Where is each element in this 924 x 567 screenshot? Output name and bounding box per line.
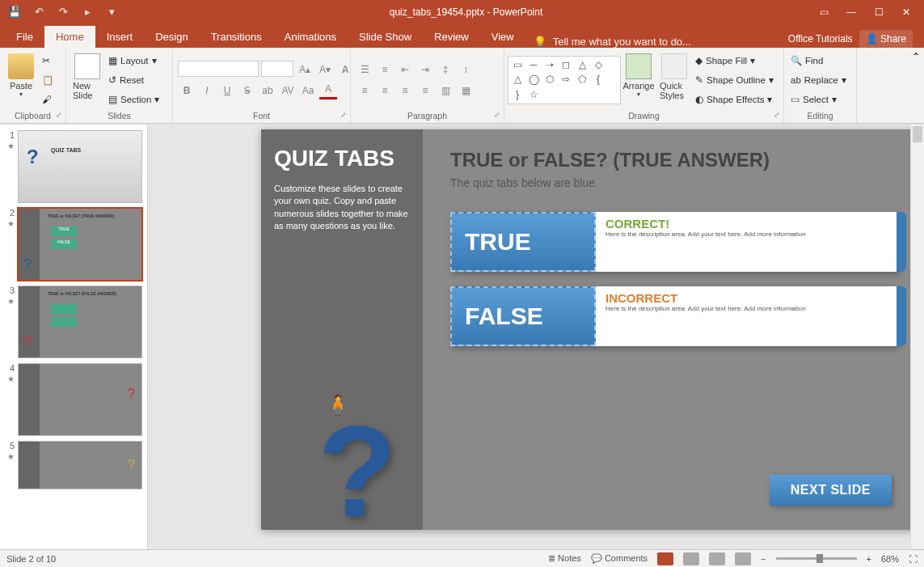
share-button[interactable]: 👤 Share (859, 30, 913, 48)
numbering-button[interactable]: ≡ (376, 61, 394, 78)
italic-button[interactable]: I (198, 82, 216, 99)
increase-indent-button[interactable]: ⇥ (416, 61, 434, 78)
decrease-indent-button[interactable]: ⇤ (396, 61, 414, 78)
font-dialog-launcher[interactable]: ⤢ (340, 111, 347, 119)
answer-false-label: FALSE (450, 286, 596, 346)
strikethrough-button[interactable]: S̶ (238, 82, 256, 99)
tab-design[interactable]: Design (144, 26, 199, 48)
minimize-button[interactable]: — (845, 6, 858, 18)
normal-view-button[interactable] (657, 552, 673, 565)
undo-button[interactable]: ↶ (32, 6, 45, 19)
reading-view-button[interactable] (709, 552, 725, 565)
shape-fill-button[interactable]: ◆ Shape Fill ▾ (694, 52, 775, 70)
decrease-font-button[interactable]: A▾ (316, 61, 334, 78)
copy-button[interactable]: 📋 (40, 71, 55, 89)
line-spacing-button[interactable]: ‡ (437, 61, 454, 78)
tell-me-search[interactable]: 💡Tell me what you want to do... (525, 36, 782, 48)
thumbnail-2[interactable]: 2★ TRUE or FALSE? (TRUE ANSWER) TRUE FAL… (0, 205, 147, 283)
zoom-level[interactable]: 68% (881, 554, 899, 564)
font-family-select[interactable] (178, 61, 259, 77)
qat-dropdown[interactable]: ▾ (105, 6, 118, 19)
slide-left-panel: QUIZ TABS Customize these slides to crea… (261, 129, 423, 530)
format-painter-button[interactable]: 🖌 (40, 91, 55, 108)
document-title: quiz_tabs_19454.pptx - PowerPoint (126, 6, 806, 18)
tab-slideshow[interactable]: Slide Show (348, 26, 423, 48)
increase-font-button[interactable]: A▴ (296, 61, 314, 78)
tab-transitions[interactable]: Transitions (200, 26, 273, 48)
select-button[interactable]: ▭ Select ▾ (789, 91, 848, 108)
char-spacing-button[interactable]: AV (279, 82, 297, 99)
paragraph-dialog-launcher[interactable]: ⤢ (494, 111, 500, 119)
tab-home[interactable]: Home (44, 26, 95, 48)
slide-sorter-button[interactable] (683, 552, 699, 565)
zoom-slider[interactable] (776, 557, 857, 560)
smartart-button[interactable]: ▦ (457, 82, 475, 99)
editor-scrollbar[interactable] (910, 125, 924, 549)
find-button[interactable]: 🔍 Find (789, 52, 848, 70)
slideshow-view-button[interactable] (735, 552, 751, 565)
next-slide-button: NEXT SLIDE (770, 475, 892, 506)
group-label-clipboard: Clipboard⤢ (0, 110, 65, 121)
tab-animations[interactable]: Animations (273, 26, 348, 48)
reset-button[interactable]: ↺ Reset (107, 71, 161, 89)
zoom-out-button[interactable]: − (761, 554, 766, 564)
redo-button[interactable]: ↷ (57, 6, 70, 19)
answer-true-label: TRUE (450, 212, 596, 272)
save-button[interactable]: 💾 (8, 6, 21, 19)
section-button[interactable]: ▤ Section ▾ (107, 91, 161, 108)
bullets-button[interactable]: ☰ (356, 61, 373, 78)
text-direction-button[interactable]: ↕ (457, 61, 475, 78)
zoom-in-button[interactable]: + (867, 554, 871, 564)
group-label-paragraph: Paragraph⤢ (351, 110, 504, 121)
titlebar: 💾 ↶ ↷ ▸ ▾ quiz_tabs_19454.pptx - PowerPo… (0, 0, 924, 23)
workspace: 1★ ? QUIZ TABS 2★ TRUE or FALSE? (TRUE A… (0, 125, 924, 549)
quick-styles-button[interactable]: Quick Styles (656, 52, 692, 108)
thumbnail-5[interactable]: 5★ ? (0, 438, 147, 492)
clipboard-dialog-launcher[interactable]: ⤢ (56, 111, 62, 119)
paste-button[interactable]: Paste▾ (3, 52, 39, 108)
thumbnail-4[interactable]: 4★ ? (0, 361, 147, 438)
columns-button[interactable]: ▥ (437, 82, 454, 99)
slide-thumbnails: 1★ ? QUIZ TABS 2★ TRUE or FALSE? (TRUE A… (0, 125, 148, 549)
align-right-button[interactable]: ≡ (396, 82, 414, 99)
shadow-button[interactable]: ab (259, 82, 276, 99)
layout-button[interactable]: ▦ Layout ▾ (107, 52, 161, 70)
font-size-select[interactable] (261, 61, 293, 77)
shapes-gallery[interactable]: ▭─➝◻△◇△◯⬡⇨⬠{}☆ (508, 56, 621, 104)
new-slide-button[interactable]: New Slide (70, 52, 105, 108)
underline-button[interactable]: U (218, 82, 236, 99)
collapse-ribbon-button[interactable]: ⌃ (908, 48, 924, 123)
change-case-button[interactable]: Aa (299, 82, 317, 99)
statusbar: Slide 2 of 10 ≣ Notes 💬 Comments − + 68%… (0, 549, 924, 567)
bold-button[interactable]: B (178, 82, 196, 99)
current-slide[interactable]: QUIZ TABS Customize these slides to crea… (261, 129, 924, 530)
align-center-button[interactable]: ≡ (376, 82, 394, 99)
fit-to-window-button[interactable]: ⛶ (909, 554, 918, 564)
group-label-drawing: Drawing⤢ (504, 110, 783, 121)
thumbnail-3[interactable]: 3★ TRUE or FALSE? (FALSE ANSWER) ? (0, 283, 147, 361)
maximize-button[interactable]: ☐ (872, 6, 885, 18)
arrange-button[interactable]: Arrange▾ (621, 52, 656, 108)
font-color-button[interactable]: A (319, 82, 337, 99)
tab-insert[interactable]: Insert (95, 26, 145, 48)
close-button[interactable]: ✕ (900, 6, 913, 18)
slide-counter[interactable]: Slide 2 of 10 (6, 554, 548, 564)
answer-false: FALSE INCORRECTHere is the description a… (450, 286, 897, 346)
replace-button[interactable]: ab Replace ▾ (789, 71, 848, 89)
shape-outline-button[interactable]: ✎ Shape Outline ▾ (694, 71, 775, 89)
tab-view[interactable]: View (480, 26, 525, 48)
file-tab[interactable]: File (5, 26, 44, 48)
justify-button[interactable]: ≡ (416, 82, 434, 99)
thumbnail-1[interactable]: 1★ ? QUIZ TABS (0, 128, 147, 205)
drawing-dialog-launcher[interactable]: ⤢ (774, 111, 780, 119)
tab-review[interactable]: Review (423, 26, 480, 48)
comments-button[interactable]: 💬 Comments (591, 553, 648, 564)
notes-button[interactable]: ≣ Notes (548, 553, 581, 564)
slide-editor[interactable]: QUIZ TABS Customize these slides to crea… (148, 125, 924, 549)
office-tutorials-link[interactable]: Office Tutorials (788, 33, 853, 44)
align-left-button[interactable]: ≡ (356, 82, 373, 99)
shape-effects-button[interactable]: ◐ Shape Effects ▾ (694, 91, 775, 108)
cut-button[interactable]: ✂ (40, 52, 55, 70)
start-from-beginning-button[interactable]: ▸ (81, 6, 94, 19)
ribbon-options-button[interactable]: ▭ (817, 6, 830, 18)
